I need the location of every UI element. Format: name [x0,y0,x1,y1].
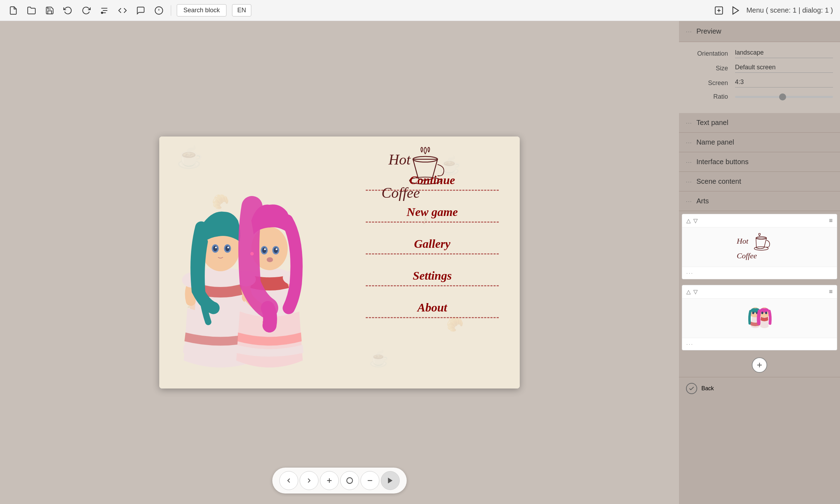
layer-chars-down-arrow[interactable]: ▽ [693,288,698,295]
size-label: Size [686,65,735,72]
svg-marker-9 [733,7,738,14]
continue-label: Continue [366,174,499,187]
preview-section-header: ··· Preview [679,21,840,42]
interface-buttons-item[interactable]: ··· Interface buttons [679,152,840,172]
layer-chars-footer-dots: ··· [686,341,694,347]
screen-value[interactable]: 4:3 [735,78,833,88]
code-icon[interactable] [116,4,129,17]
layer-card-logo-body: Hot Coffee [682,227,837,267]
back-label: Back [701,385,714,392]
svg-point-53 [752,312,754,314]
divider [171,5,171,16]
settings-icon[interactable] [98,4,111,17]
add-button[interactable] [320,471,339,490]
gallery-label: Gallery [366,237,499,251]
menu-title: Menu ( scene: 1 | dialog: 1 ) [746,6,833,14]
layer-chars-menu-icon[interactable]: ≡ [829,288,833,295]
screen-row: Screen 4:3 [686,78,833,88]
svg-text:Hot: Hot [736,237,749,245]
ratio-slider-thumb[interactable] [779,93,786,100]
preview-toggle[interactable]: ··· Preview [679,21,840,42]
arts-label: Arts [696,197,709,205]
name-panel-label: Name panel [696,138,734,146]
svg-point-38 [274,247,278,253]
text-panel-item[interactable]: ··· Text panel [679,113,840,133]
ratio-label: Ratio [686,93,735,100]
minus-button[interactable] [360,471,379,490]
name-panel-item[interactable]: ··· Name panel [679,133,840,152]
newgame-label: New game [366,205,499,219]
layer-chars-up-arrow[interactable]: △ [686,288,691,295]
preview-label: Preview [696,27,721,35]
scene-content-dots: ··· [686,179,692,184]
next-button[interactable] [300,471,318,490]
language-button[interactable]: EN [232,4,251,16]
layer-menu-icon[interactable]: ≡ [829,217,833,224]
comment-icon[interactable] [134,4,147,17]
interface-buttons-label: Interface buttons [696,158,749,166]
info-icon[interactable] [153,4,165,17]
menu-item-newgame[interactable]: New game [359,200,506,228]
right-panel: ··· Preview Orientation landscape Size D… [679,21,840,504]
back-check-icon [686,383,697,394]
open-file-icon[interactable] [25,4,38,17]
arts-item[interactable]: ··· Arts [679,191,840,211]
undo-icon[interactable] [62,4,74,17]
size-row: Size Default screen [686,64,833,73]
search-block-button[interactable]: Search block [177,4,226,16]
settings-label: Settings [366,269,499,282]
svg-point-42 [250,252,254,255]
svg-point-45 [347,478,353,484]
bottom-navigation [272,468,407,493]
add-layer-button[interactable] [752,357,767,373]
orientation-value[interactable]: landscape [735,49,833,58]
save-icon[interactable] [43,4,56,17]
play-scene-button[interactable] [381,471,400,490]
svg-text:Coffee: Coffee [737,251,757,260]
preview-controls: Orientation landscape Size Default scree… [679,42,840,113]
menu-item-continue[interactable]: Continue [359,168,506,196]
menu-item-about[interactable]: About [359,295,506,324]
canvas-area: ☕ ☕ 🥐 ☕ 🥐 ~ ♪ Hot [0,21,679,504]
name-panel-dots: ··· [686,140,692,145]
circle-button[interactable] [340,471,359,490]
panel-items-list: ··· Text panel ··· Name panel ··· Interf… [679,113,840,211]
svg-point-30 [227,247,229,248]
scene-content-item[interactable]: ··· Scene content [679,172,840,191]
svg-point-57 [765,312,767,314]
new-file-icon[interactable] [7,4,20,17]
menu-item-settings[interactable]: Settings [359,264,506,292]
text-panel-dots: ··· [686,120,692,126]
layer-card-logo-footer: ··· [682,267,837,279]
layer-card-chars-body [682,299,837,338]
size-value[interactable]: Default screen [735,64,833,73]
ratio-row: Ratio [686,93,833,100]
menu-item-gallery[interactable]: Gallery [359,232,506,260]
game-menu: Continue New game Gallery Settings About [359,158,506,327]
layer-down-arrow[interactable]: ▽ [693,217,698,224]
svg-point-3 [101,12,103,13]
toolbar-right: Menu ( scene: 1 | dialog: 1 ) [713,4,833,17]
preview-dots-icon: ··· [686,29,692,34]
svg-point-56 [761,312,763,314]
svg-point-40 [276,248,278,250]
prev-button[interactable] [279,471,298,490]
ratio-slider[interactable] [735,96,833,98]
game-preview: ☕ ☕ 🥐 ☕ 🥐 ~ ♪ Hot [159,136,520,388]
interface-dots: ··· [686,159,692,165]
about-label: About [366,301,499,314]
svg-point-41 [267,257,273,262]
layer-up-arrow[interactable]: △ [686,217,691,224]
redo-icon[interactable] [80,4,92,17]
svg-point-28 [225,246,230,251]
scene-content-label: Scene content [696,177,741,186]
layer-footer-dots: ··· [686,270,694,276]
layer-card-chars-footer: ··· [682,338,837,350]
layer-card-logo: △ ▽ ≡ Hot Coffee ··· [682,214,837,279]
play-icon[interactable] [729,4,742,17]
main-area: ☕ ☕ 🥐 ☕ 🥐 ~ ♪ Hot [0,21,840,504]
orientation-row: Orientation landscape [686,49,833,58]
back-button[interactable]: Back [679,377,840,400]
translate-icon[interactable] [713,4,725,17]
screen-label: Screen [686,79,735,87]
